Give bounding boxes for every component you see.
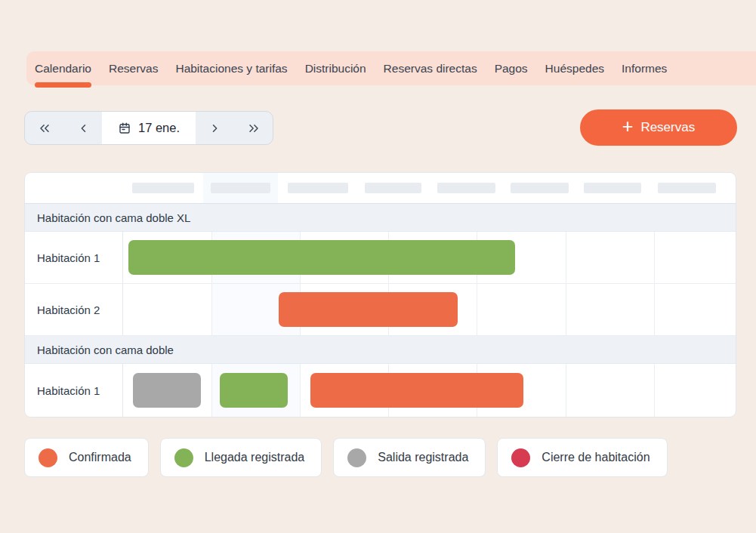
- room-label: Habitación 2: [25, 284, 123, 335]
- active-tab-underline: [35, 82, 91, 88]
- status-dot-salida-registrada: [347, 448, 366, 467]
- tab-label: Calendario: [35, 62, 91, 75]
- prev-button[interactable]: [63, 112, 102, 144]
- legend-label: Confirmada: [69, 451, 131, 464]
- legend-item-cierre-de-habitacion: Cierre de habitación: [497, 438, 667, 477]
- date-navigation: 17 ene.: [24, 111, 273, 145]
- tab-calendario[interactable]: Calendario: [35, 51, 91, 85]
- current-date-label: 17 ene.: [138, 121, 180, 135]
- legend-label: Cierre de habitación: [542, 451, 650, 464]
- tab-pagos[interactable]: Pagos: [495, 51, 528, 85]
- calendar-icon: [118, 122, 131, 135]
- tab-label: Distribución: [305, 62, 366, 75]
- tab-label: Reservas: [109, 62, 158, 75]
- date-picker[interactable]: 17 ene.: [102, 112, 196, 144]
- legend-label: Salida registrada: [378, 451, 468, 464]
- legend-label: Llegada registrada: [205, 451, 305, 464]
- day-cell[interactable]: [123, 284, 212, 335]
- date-placeholder: [132, 183, 194, 193]
- nav-tabs: CalendarioReservasHabitaciones y tarifas…: [26, 51, 756, 85]
- room-row-habitacion-2: Habitación 2: [25, 284, 736, 336]
- tab-informes[interactable]: Informes: [622, 51, 667, 85]
- tab-label: Habitaciones y tarifas: [175, 62, 287, 75]
- date-placeholder: [211, 183, 270, 193]
- plus-icon: +: [622, 117, 634, 136]
- date-placeholder: [584, 183, 641, 193]
- add-reservation-button[interactable]: + Reservas: [580, 109, 737, 146]
- legend-item-salida-registrada: Salida registrada: [333, 438, 486, 477]
- page: CalendarioReservasHabitaciones y tarifas…: [0, 0, 756, 533]
- room-label: Habitación 1: [25, 364, 123, 417]
- day-cell[interactable]: [566, 364, 655, 417]
- day-cell[interactable]: [655, 364, 736, 417]
- status-dot-confirmada: [39, 448, 57, 467]
- tab-label: Reservas directas: [384, 62, 477, 75]
- tab-reservas[interactable]: Reservas: [109, 51, 158, 85]
- reservation-bar-salida-registrada[interactable]: [133, 373, 201, 408]
- legend-item-confirmada: Confirmada: [24, 438, 149, 477]
- legend-item-llegada-registrada: Llegada registrada: [160, 438, 322, 477]
- tab-reservas-directas[interactable]: Reservas directas: [384, 51, 477, 85]
- add-reservation-label: Reservas: [640, 120, 695, 135]
- main-navbar: CalendarioReservasHabitaciones y tarifas…: [26, 51, 756, 85]
- tab-label: Pagos: [495, 62, 528, 75]
- room-type-header-habitacion-con-cama-doble: Habitación con cama doble: [25, 336, 736, 364]
- tab-label: Informes: [622, 62, 667, 75]
- reservation-bar-confirmada[interactable]: [310, 373, 523, 408]
- reservation-bar-llegada-registrada[interactable]: [220, 373, 288, 408]
- fast-prev-button[interactable]: [25, 112, 63, 144]
- reservation-bar-confirmada[interactable]: [279, 292, 458, 327]
- tab-distribucion[interactable]: Distribución: [305, 51, 366, 85]
- date-placeholder: [511, 183, 569, 193]
- day-cell[interactable]: [655, 232, 736, 283]
- room-row-habitacion-1: Habitación 1: [25, 364, 736, 417]
- room-row-habitacion-1: Habitación 1: [25, 232, 736, 284]
- date-placeholder: [365, 183, 421, 193]
- chevron-right-icon: [208, 121, 223, 136]
- day-cell[interactable]: [655, 284, 736, 335]
- chevrons-left-icon: [37, 121, 52, 136]
- room-label: Habitación 1: [25, 232, 123, 283]
- room-type-header-habitacion-con-cama-doble-xl: Habitación con cama doble XL: [25, 204, 736, 232]
- day-cell[interactable]: [566, 284, 655, 335]
- calendar-header-row: [25, 173, 736, 204]
- fast-next-button[interactable]: [234, 112, 273, 144]
- date-placeholder: [437, 183, 495, 193]
- tab-huespedes[interactable]: Huéspedes: [545, 51, 604, 85]
- tab-label: Huéspedes: [545, 62, 604, 75]
- date-placeholder: [288, 183, 348, 193]
- calendar-grid: Habitación con cama doble XLHabitación 1…: [24, 172, 736, 417]
- next-button[interactable]: [196, 112, 234, 144]
- calendar-body: Habitación con cama doble XLHabitación 1…: [25, 204, 736, 417]
- date-placeholder: [658, 183, 716, 193]
- day-cell[interactable]: [566, 232, 655, 283]
- chevron-left-icon: [76, 121, 91, 136]
- day-cell[interactable]: [477, 284, 566, 335]
- status-dot-llegada-registrada: [174, 448, 193, 467]
- legend: ConfirmadaLlegada registradaSalida regis…: [24, 438, 668, 477]
- status-dot-cierre-de-habitacion: [511, 448, 530, 467]
- chevrons-right-icon: [246, 121, 261, 136]
- tab-habitaciones-y-tarifas[interactable]: Habitaciones y tarifas: [175, 51, 287, 85]
- reservation-bar-llegada-registrada[interactable]: [128, 240, 515, 275]
